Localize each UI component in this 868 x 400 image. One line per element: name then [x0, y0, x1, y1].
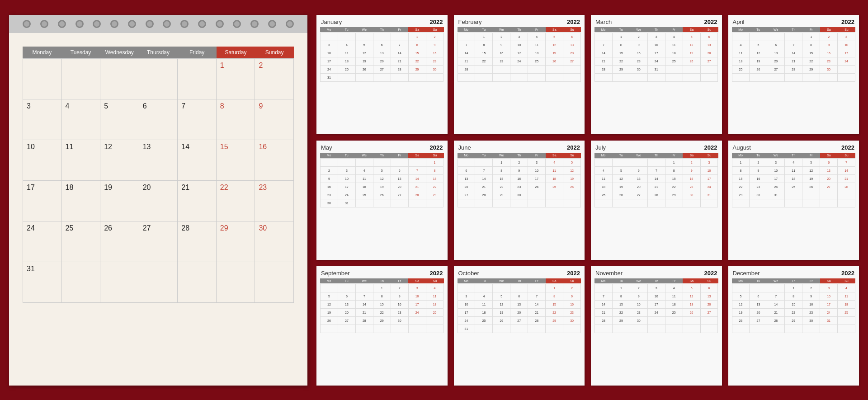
small-cell — [613, 74, 630, 82]
large-cell: 12 — [100, 140, 139, 181]
small-cell: 17 — [820, 301, 838, 309]
small-cell: 18 — [426, 301, 444, 309]
small-week: 21222324252627 — [458, 57, 581, 66]
small-cell — [701, 317, 718, 325]
small-cell: 13 — [701, 41, 718, 49]
small-cell: 13 — [510, 301, 528, 309]
small-cell: 13 — [391, 175, 409, 183]
small-calendar: February2022MoTuWeThFrSaSu12345678910111… — [454, 15, 585, 134]
small-cell: 17 — [528, 175, 546, 183]
small-day-header: Mo — [594, 278, 612, 283]
small-cell: 27 — [338, 317, 356, 325]
small-weeks: 1234567891011121314151617181920212223242… — [320, 33, 444, 82]
small-day-header: Mo — [320, 278, 338, 283]
small-week: 1234 — [321, 284, 444, 292]
small-day-header: Sa — [546, 27, 563, 32]
small-week: 123 — [595, 159, 718, 167]
small-day-header: We — [630, 153, 647, 158]
small-cell: 21 — [356, 309, 373, 317]
spiral — [110, 20, 118, 28]
small-cell: 13 — [458, 175, 476, 183]
small-cell: 21 — [648, 183, 665, 191]
small-cell — [409, 325, 426, 333]
small-week: 12 — [321, 33, 444, 41]
small-cell: 14 — [785, 49, 802, 57]
small-cell: 25 — [665, 57, 683, 66]
small-cell: 20 — [338, 309, 356, 317]
small-week — [732, 74, 856, 82]
small-cell: 30 — [750, 191, 767, 199]
small-cell: 23 — [321, 191, 338, 199]
small-cell — [528, 66, 546, 74]
small-cell — [802, 191, 820, 199]
small-week: 1234 — [732, 284, 856, 292]
small-cell — [356, 33, 373, 41]
large-cell: 26 — [100, 221, 139, 262]
large-cell: 13 — [139, 140, 178, 181]
small-cell: 11 — [475, 301, 493, 309]
small-cell: 22 — [475, 57, 493, 66]
small-cell: 9 — [630, 292, 648, 301]
small-cell: 8 — [613, 292, 630, 301]
small-day-header: Tu — [750, 153, 767, 158]
small-cell: 3 — [648, 284, 665, 292]
small-day-header: Fr — [528, 278, 546, 283]
large-week: 10111213141516 — [23, 140, 294, 181]
small-cell: 10 — [648, 41, 665, 49]
small-day-header: Su — [700, 153, 718, 158]
spiral — [40, 20, 48, 28]
small-cal-header: December2022 — [732, 270, 856, 277]
small-year: 2022 — [704, 270, 717, 277]
small-month-name: November — [595, 270, 623, 277]
small-cell: 12 — [802, 167, 820, 175]
small-cell: 3 — [820, 284, 838, 292]
small-cell: 31 — [820, 317, 838, 325]
small-cell: 24 — [338, 191, 356, 199]
small-cell — [493, 325, 510, 333]
small-cell: 7 — [767, 292, 785, 301]
small-day-header: Th — [373, 278, 391, 283]
small-week: 16171819202122 — [321, 183, 444, 191]
small-cal-header: February2022 — [458, 19, 581, 25]
small-cell: 20 — [510, 309, 528, 317]
large-cell: 1 — [217, 59, 255, 99]
small-cell: 14 — [356, 301, 373, 309]
small-cell: 22 — [665, 183, 683, 191]
small-cell — [683, 66, 701, 74]
small-cell: 18 — [732, 57, 750, 66]
small-cell: 19 — [683, 301, 701, 309]
small-week: 24252627282930 — [321, 66, 444, 74]
small-calendar: June2022MoTuWeThFrSaSu123456789101112131… — [454, 141, 585, 260]
small-month-name: March — [595, 19, 612, 25]
small-cell: 28 — [409, 191, 426, 199]
small-cell — [475, 325, 493, 333]
small-day-header: Su — [700, 27, 718, 32]
small-cell: 26 — [732, 317, 750, 325]
small-cell: 3 — [458, 292, 476, 301]
small-cell: 12 — [683, 41, 701, 49]
small-cell: 10 — [321, 49, 338, 57]
large-cell — [178, 262, 217, 303]
small-week: 28293031 — [595, 66, 718, 74]
small-cell: 20 — [767, 57, 785, 66]
small-cell — [767, 284, 785, 292]
small-day-header: Sa — [408, 153, 426, 158]
small-cell: 5 — [683, 33, 701, 41]
small-cell: 17 — [321, 57, 338, 66]
small-cell: 23 — [683, 183, 701, 191]
small-cell: 17 — [838, 49, 855, 57]
small-cell: 25 — [338, 66, 356, 74]
small-year: 2022 — [430, 270, 443, 277]
small-weeks: 1234567891011121314151617181920212223242… — [594, 158, 718, 207]
small-cell: 1 — [493, 159, 510, 167]
small-cell: 1 — [613, 33, 630, 41]
small-day-header: Su — [426, 278, 443, 283]
small-day-header: Tu — [612, 153, 630, 158]
small-cell: 27 — [820, 183, 838, 191]
small-day-header: Fr — [391, 153, 408, 158]
small-cell: 1 — [426, 159, 444, 167]
small-cell: 12 — [750, 49, 767, 57]
small-cell: 27 — [767, 66, 785, 74]
small-cell: 21 — [595, 309, 613, 317]
small-day-header: Sa — [683, 153, 700, 158]
